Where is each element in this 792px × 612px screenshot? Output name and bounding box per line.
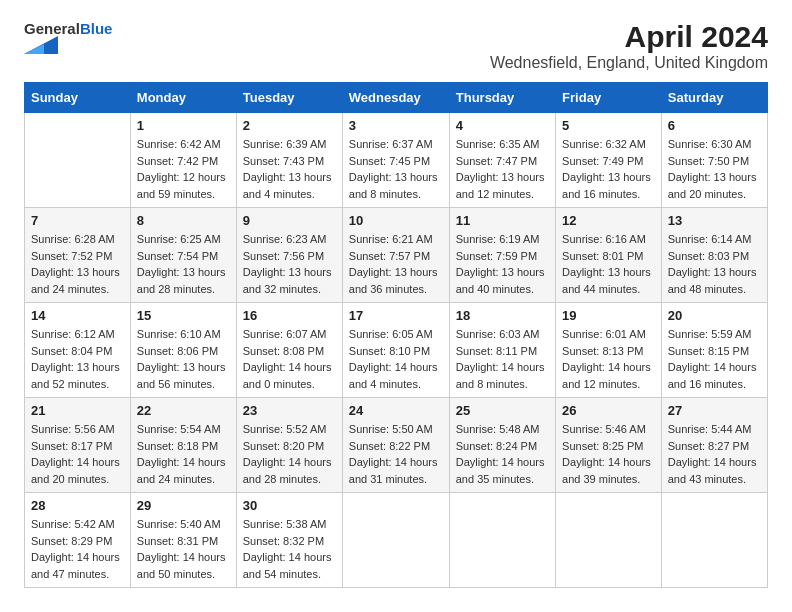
day-number: 30	[243, 498, 336, 513]
day-number: 13	[668, 213, 761, 228]
calendar-cell: 27Sunrise: 5:44 AMSunset: 8:27 PMDayligh…	[661, 398, 767, 493]
week-row-1: 1Sunrise: 6:42 AMSunset: 7:42 PMDaylight…	[25, 113, 768, 208]
calendar-cell: 21Sunrise: 5:56 AMSunset: 8:17 PMDayligh…	[25, 398, 131, 493]
header-cell-thursday: Thursday	[449, 83, 555, 113]
header-cell-tuesday: Tuesday	[236, 83, 342, 113]
day-number: 6	[668, 118, 761, 133]
calendar-cell: 1Sunrise: 6:42 AMSunset: 7:42 PMDaylight…	[130, 113, 236, 208]
day-info: Sunrise: 6:01 AMSunset: 8:13 PMDaylight:…	[562, 326, 655, 392]
day-number: 2	[243, 118, 336, 133]
day-number: 23	[243, 403, 336, 418]
day-info: Sunrise: 6:39 AMSunset: 7:43 PMDaylight:…	[243, 136, 336, 202]
calendar-cell: 30Sunrise: 5:38 AMSunset: 8:32 PMDayligh…	[236, 493, 342, 588]
day-number: 18	[456, 308, 549, 323]
svg-marker-1	[24, 44, 44, 54]
day-info: Sunrise: 6:30 AMSunset: 7:50 PMDaylight:…	[668, 136, 761, 202]
day-number: 11	[456, 213, 549, 228]
day-info: Sunrise: 6:03 AMSunset: 8:11 PMDaylight:…	[456, 326, 549, 392]
week-row-3: 14Sunrise: 6:12 AMSunset: 8:04 PMDayligh…	[25, 303, 768, 398]
header-cell-friday: Friday	[556, 83, 662, 113]
calendar-cell: 25Sunrise: 5:48 AMSunset: 8:24 PMDayligh…	[449, 398, 555, 493]
week-row-2: 7Sunrise: 6:28 AMSunset: 7:52 PMDaylight…	[25, 208, 768, 303]
calendar-cell: 5Sunrise: 6:32 AMSunset: 7:49 PMDaylight…	[556, 113, 662, 208]
calendar-cell: 16Sunrise: 6:07 AMSunset: 8:08 PMDayligh…	[236, 303, 342, 398]
header-cell-saturday: Saturday	[661, 83, 767, 113]
day-number: 21	[31, 403, 124, 418]
calendar-cell	[556, 493, 662, 588]
calendar-cell: 13Sunrise: 6:14 AMSunset: 8:03 PMDayligh…	[661, 208, 767, 303]
calendar-cell: 15Sunrise: 6:10 AMSunset: 8:06 PMDayligh…	[130, 303, 236, 398]
day-info: Sunrise: 6:23 AMSunset: 7:56 PMDaylight:…	[243, 231, 336, 297]
day-number: 8	[137, 213, 230, 228]
day-number: 28	[31, 498, 124, 513]
calendar-cell	[661, 493, 767, 588]
calendar-cell	[342, 493, 449, 588]
calendar-cell: 28Sunrise: 5:42 AMSunset: 8:29 PMDayligh…	[25, 493, 131, 588]
day-number: 22	[137, 403, 230, 418]
calendar-cell: 14Sunrise: 6:12 AMSunset: 8:04 PMDayligh…	[25, 303, 131, 398]
day-info: Sunrise: 6:42 AMSunset: 7:42 PMDaylight:…	[137, 136, 230, 202]
calendar-cell: 11Sunrise: 6:19 AMSunset: 7:59 PMDayligh…	[449, 208, 555, 303]
day-number: 24	[349, 403, 443, 418]
day-info: Sunrise: 5:46 AMSunset: 8:25 PMDaylight:…	[562, 421, 655, 487]
calendar-cell: 24Sunrise: 5:50 AMSunset: 8:22 PMDayligh…	[342, 398, 449, 493]
day-info: Sunrise: 5:44 AMSunset: 8:27 PMDaylight:…	[668, 421, 761, 487]
day-info: Sunrise: 6:12 AMSunset: 8:04 PMDaylight:…	[31, 326, 124, 392]
day-number: 20	[668, 308, 761, 323]
calendar-subtitle: Wednesfield, England, United Kingdom	[490, 54, 768, 72]
day-info: Sunrise: 6:25 AMSunset: 7:54 PMDaylight:…	[137, 231, 230, 297]
calendar-cell: 10Sunrise: 6:21 AMSunset: 7:57 PMDayligh…	[342, 208, 449, 303]
day-info: Sunrise: 6:35 AMSunset: 7:47 PMDaylight:…	[456, 136, 549, 202]
calendar-cell: 4Sunrise: 6:35 AMSunset: 7:47 PMDaylight…	[449, 113, 555, 208]
day-number: 1	[137, 118, 230, 133]
calendar-cell	[25, 113, 131, 208]
calendar-cell: 18Sunrise: 6:03 AMSunset: 8:11 PMDayligh…	[449, 303, 555, 398]
day-number: 25	[456, 403, 549, 418]
calendar-cell: 26Sunrise: 5:46 AMSunset: 8:25 PMDayligh…	[556, 398, 662, 493]
day-number: 19	[562, 308, 655, 323]
day-info: Sunrise: 6:10 AMSunset: 8:06 PMDaylight:…	[137, 326, 230, 392]
day-number: 10	[349, 213, 443, 228]
day-info: Sunrise: 5:48 AMSunset: 8:24 PMDaylight:…	[456, 421, 549, 487]
day-info: Sunrise: 6:16 AMSunset: 8:01 PMDaylight:…	[562, 231, 655, 297]
day-info: Sunrise: 5:40 AMSunset: 8:31 PMDaylight:…	[137, 516, 230, 582]
day-info: Sunrise: 6:05 AMSunset: 8:10 PMDaylight:…	[349, 326, 443, 392]
calendar-cell: 20Sunrise: 5:59 AMSunset: 8:15 PMDayligh…	[661, 303, 767, 398]
day-number: 12	[562, 213, 655, 228]
day-info: Sunrise: 6:37 AMSunset: 7:45 PMDaylight:…	[349, 136, 443, 202]
calendar-cell: 29Sunrise: 5:40 AMSunset: 8:31 PMDayligh…	[130, 493, 236, 588]
title-block: April 2024 Wednesfield, England, United …	[490, 20, 768, 72]
header-cell-wednesday: Wednesday	[342, 83, 449, 113]
calendar-cell: 17Sunrise: 6:05 AMSunset: 8:10 PMDayligh…	[342, 303, 449, 398]
week-row-5: 28Sunrise: 5:42 AMSunset: 8:29 PMDayligh…	[25, 493, 768, 588]
header-cell-sunday: Sunday	[25, 83, 131, 113]
day-info: Sunrise: 5:54 AMSunset: 8:18 PMDaylight:…	[137, 421, 230, 487]
calendar-cell: 2Sunrise: 6:39 AMSunset: 7:43 PMDaylight…	[236, 113, 342, 208]
day-info: Sunrise: 6:28 AMSunset: 7:52 PMDaylight:…	[31, 231, 124, 297]
day-info: Sunrise: 6:32 AMSunset: 7:49 PMDaylight:…	[562, 136, 655, 202]
day-number: 5	[562, 118, 655, 133]
calendar-title: April 2024	[490, 20, 768, 54]
header-row: SundayMondayTuesdayWednesdayThursdayFrid…	[25, 83, 768, 113]
day-number: 14	[31, 308, 124, 323]
day-info: Sunrise: 6:14 AMSunset: 8:03 PMDaylight:…	[668, 231, 761, 297]
calendar-table: SundayMondayTuesdayWednesdayThursdayFrid…	[24, 82, 768, 588]
day-info: Sunrise: 6:19 AMSunset: 7:59 PMDaylight:…	[456, 231, 549, 297]
calendar-cell: 19Sunrise: 6:01 AMSunset: 8:13 PMDayligh…	[556, 303, 662, 398]
logo: GeneralBlue	[24, 20, 112, 54]
day-number: 26	[562, 403, 655, 418]
day-info: Sunrise: 5:56 AMSunset: 8:17 PMDaylight:…	[31, 421, 124, 487]
calendar-cell: 9Sunrise: 6:23 AMSunset: 7:56 PMDaylight…	[236, 208, 342, 303]
day-number: 15	[137, 308, 230, 323]
day-info: Sunrise: 5:38 AMSunset: 8:32 PMDaylight:…	[243, 516, 336, 582]
day-info: Sunrise: 5:59 AMSunset: 8:15 PMDaylight:…	[668, 326, 761, 392]
day-number: 4	[456, 118, 549, 133]
day-info: Sunrise: 5:52 AMSunset: 8:20 PMDaylight:…	[243, 421, 336, 487]
calendar-cell: 22Sunrise: 5:54 AMSunset: 8:18 PMDayligh…	[130, 398, 236, 493]
logo-icon	[24, 36, 58, 54]
day-number: 17	[349, 308, 443, 323]
day-number: 9	[243, 213, 336, 228]
day-number: 3	[349, 118, 443, 133]
day-info: Sunrise: 5:42 AMSunset: 8:29 PMDaylight:…	[31, 516, 124, 582]
page-header: GeneralBlue April 2024 Wednesfield, Engl…	[24, 20, 768, 72]
